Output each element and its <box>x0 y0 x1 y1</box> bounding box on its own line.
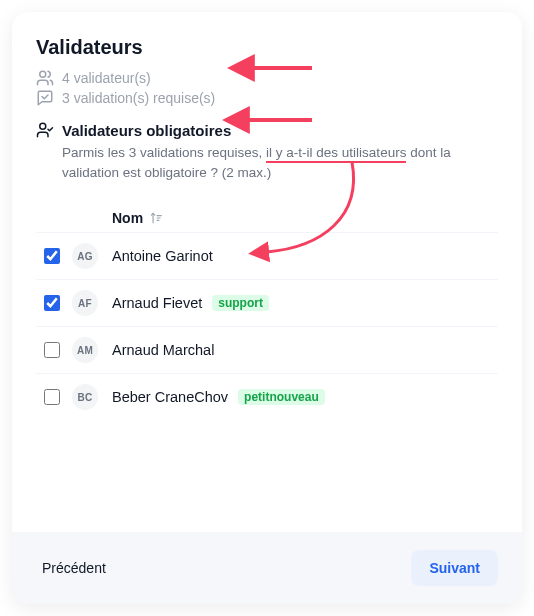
validator-name: Beber CraneChov <box>112 389 228 405</box>
meta-validators-count: 4 validateur(s) <box>36 69 498 87</box>
table-row: AF Arnaud Fievet support <box>36 279 498 326</box>
sort-icon <box>149 211 163 225</box>
section-heading-text: Validateurs obligatoires <box>62 122 231 139</box>
dialog-content: Validateurs 4 validateur(s) 3 validation… <box>12 12 522 532</box>
check-message-icon <box>36 89 54 107</box>
avatar: BC <box>72 384 98 410</box>
row-checkbox[interactable] <box>44 342 60 358</box>
meta-validators-text: 4 validateur(s) <box>62 70 151 86</box>
section-desc-highlight: il y a-t-il des utilisateurs <box>266 145 406 163</box>
users-icon <box>36 69 54 87</box>
validator-name: Antoine Garinot <box>112 248 213 264</box>
column-header-name[interactable]: Nom <box>112 210 494 226</box>
table-row: AG Antoine Garinot <box>36 232 498 279</box>
next-button[interactable]: Suivant <box>411 550 498 586</box>
validators-table: Nom AG Antoine Garinot AF <box>36 204 498 420</box>
validator-name: Arnaud Marchal <box>112 342 214 358</box>
row-checkbox[interactable] <box>44 295 60 311</box>
avatar: AM <box>72 337 98 363</box>
avatar: AG <box>72 243 98 269</box>
meta-required-text: 3 validation(s) requise(s) <box>62 90 215 106</box>
dialog-card: Validateurs 4 validateur(s) 3 validation… <box>12 12 522 604</box>
row-checkbox[interactable] <box>44 389 60 405</box>
user-check-icon <box>36 121 54 139</box>
meta-required-count: 3 validation(s) requise(s) <box>36 89 498 107</box>
validator-name: Arnaud Fievet <box>112 295 202 311</box>
validator-tag: petitnouveau <box>238 389 325 405</box>
avatar: AF <box>72 290 98 316</box>
column-header-label: Nom <box>112 210 143 226</box>
section-heading: Validateurs obligatoires <box>36 121 498 139</box>
validator-tag: support <box>212 295 269 311</box>
table-row: AM Arnaud Marchal <box>36 326 498 373</box>
section-desc-pre: Parmis les 3 validations requises, <box>62 145 266 160</box>
previous-button[interactable]: Précédent <box>36 559 112 577</box>
table-header: Nom <box>36 204 498 232</box>
svg-point-1 <box>40 123 46 129</box>
table-row: BC Beber CraneChov petitnouveau <box>36 373 498 420</box>
page-title: Validateurs <box>36 36 498 59</box>
row-checkbox[interactable] <box>44 248 60 264</box>
section-description: Parmis les 3 validations requises, il y … <box>62 143 498 182</box>
dialog-footer: Précédent Suivant <box>12 532 522 604</box>
svg-point-0 <box>40 71 46 77</box>
